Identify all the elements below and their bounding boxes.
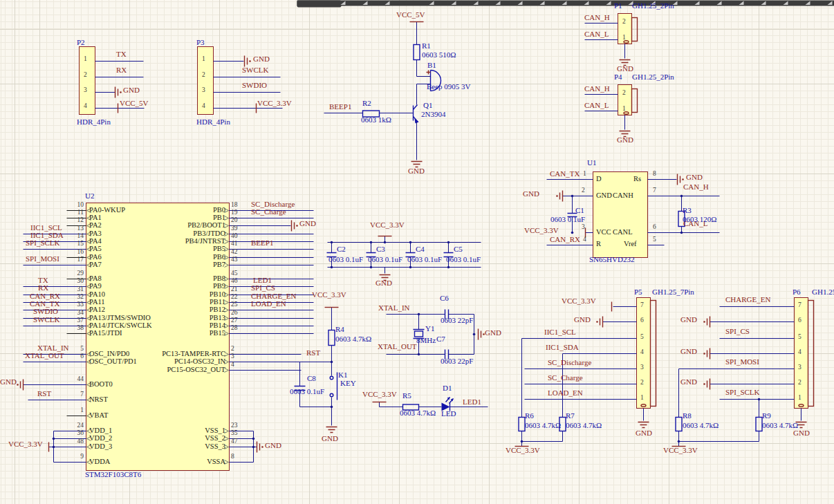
u2-pin-pb11-num: 22 <box>231 293 238 301</box>
gnd-label-vss: GND <box>265 442 281 449</box>
p6-pin3-num: 3 <box>798 364 801 371</box>
u2-pin-pa12-num: 33 <box>70 301 84 308</box>
schematic-text-layer: P2HDR_4Pin1234TXRXGNDVCC_5VP3HDR_4Pin123… <box>0 0 834 504</box>
u2-pinname-pa6: PA6 <box>89 253 102 261</box>
u1-pinname-d: D <box>596 175 602 183</box>
u2-pin-pb8-num: 45 <box>231 270 238 277</box>
p1-pin2-num: 2 <box>622 18 626 26</box>
u1-pin7-num: 7 <box>653 187 656 194</box>
p4-part: GH1.25_2Pin <box>632 73 674 81</box>
u2-pinname-pb2-boot1: PB2/BOOT1 <box>141 221 225 229</box>
p6-pin7-num: 7 <box>798 301 801 309</box>
gnd-label-p6-pin2: GND <box>680 378 697 386</box>
u2-pin-pa11-num: 32 <box>70 293 84 301</box>
u2-pin-pb10-num: 21 <box>231 286 238 293</box>
u2-pin-pb7-num: 43 <box>231 256 238 263</box>
u2-pinname-pc13-tamper-rtc: PC13-TAMPER-RTC <box>141 350 225 357</box>
gnd-label-key: GND <box>322 435 338 442</box>
u2-pin-vdd-1-num: 24 <box>70 422 84 429</box>
u2-pin-pa1-num: 11 <box>70 209 84 216</box>
b1-value: Beep 0905 3V <box>427 83 471 91</box>
r1-value: 0603 510Ω <box>422 51 456 59</box>
p6-pin2-num: 2 <box>798 379 801 386</box>
net-label-rx-u2: RX <box>38 284 48 292</box>
r2-value: 0603 1kΩ <box>361 116 391 124</box>
net-label-spisclk-p6: SPI_SCLK <box>725 389 760 396</box>
p3-part: HDR_4Pin <box>196 118 230 126</box>
net-label-iic1sda-p5: IIC1_SDA <box>546 344 579 351</box>
schematic-canvas[interactable]: P2HDR_4Pin1234TXRXGNDVCC_5VP3HDR_4Pin123… <box>0 0 834 504</box>
u2-pinname-pa15-jtdi: PA15/JTDI <box>89 329 122 337</box>
u2-pinname-pa9: PA9 <box>89 282 102 290</box>
u2-pinname-pa8: PA8 <box>89 274 102 282</box>
u2-pin-vbat-num: 1 <box>70 407 84 414</box>
u2-pin-pa9-num: 30 <box>70 277 84 285</box>
u2-pin-vss-2-num: 35 <box>231 429 238 437</box>
net-label-swdio-p3: SWDIO <box>242 82 267 89</box>
p2-pin2-num: 2 <box>84 71 87 79</box>
c7-designator: C7 <box>436 335 445 343</box>
r5-value: 0603 4.7kΩ <box>400 409 436 417</box>
gnd-label-u1-pin2: GND <box>523 190 539 198</box>
gnd-label-p5: GND <box>636 429 652 437</box>
gnd-label-pb2: GND <box>299 220 316 227</box>
c4-value: 0603 0.1uF <box>407 256 442 263</box>
r7-designator: R7 <box>566 412 575 420</box>
u2-pinname-pa3: PA3 <box>89 230 102 237</box>
u2-pin-pa10-num: 31 <box>70 286 84 293</box>
gnd-label-boot0: GND <box>0 378 17 386</box>
p5-pin3-num: 3 <box>640 364 644 371</box>
p6-pin1-num: 1 <box>798 394 801 402</box>
u2-pin-pb3-jtdo-num: 39 <box>231 225 238 232</box>
c4-designator: C4 <box>416 245 425 253</box>
p2-designator: P2 <box>77 39 85 46</box>
u2-pin-pb6-num: 42 <box>231 248 238 256</box>
u2-pinname-pb10: PB10 <box>141 290 225 298</box>
power-label-vcc33-u1: VCC_3.3V <box>524 227 559 234</box>
net-label-spics-p6: SPI_CS <box>725 328 750 335</box>
u2-pin-vdda-num: 9 <box>70 453 84 460</box>
u2-pinname-pb1: PB1 <box>141 214 225 221</box>
u2-pinname-vbat: VBAT <box>89 411 108 419</box>
c6-value: 0603 22pF <box>441 317 473 324</box>
u2-pin-pb1-num: 19 <box>231 209 238 216</box>
u2-pinname-pa7: PA7 <box>89 261 102 268</box>
u2-pinname-pa12: PA12 <box>89 306 105 313</box>
u2-pin-pb9-num: 46 <box>231 277 238 285</box>
c7-value: 0603 22pF <box>441 357 473 365</box>
p5-pin6-num: 6 <box>640 317 644 324</box>
p5-part: GH1.25_7Pin <box>652 288 694 296</box>
u2-pin-vss-3-num: 47 <box>231 438 238 445</box>
u2-pin-vssa-num: 8 <box>231 453 234 460</box>
b1-designator: B1 <box>427 62 436 69</box>
u2-pin-pb13-num: 26 <box>231 309 238 317</box>
net-label-beep1-u2: BEEP1 <box>251 239 273 247</box>
u2-pin-pc14-osc32-in-num: 3 <box>231 353 234 360</box>
u2-part: STM32F103C8T6 <box>85 471 141 478</box>
power-label-vcc33-p5: VCC_3.3V <box>562 297 596 305</box>
u1-pin4-num: 4 <box>583 236 586 243</box>
u2-pin-pa6-num: 16 <box>70 248 84 256</box>
net-label-canrx-u1: CAN_RX <box>550 236 580 243</box>
u2-pinname-osc-in-pd0: OSC_IN/PD0 <box>89 350 129 357</box>
u2-pinname-pb7: PB7 <box>141 261 225 268</box>
p2-part: HDR_4Pin <box>77 118 111 126</box>
p4-designator: P4 <box>614 73 622 81</box>
r6-designator: R6 <box>525 412 534 420</box>
net-label-rx-p2: RX <box>116 66 127 74</box>
net-label-rst-u2: RST <box>37 390 51 398</box>
u2-pinname-pb0: PB0 <box>141 206 225 214</box>
u2-pinname-pc15-osc32-out: PC15-OSC32_OUT <box>141 366 225 373</box>
u2-pin-pb14-num: 27 <box>231 317 238 324</box>
p4-pin2-num: 2 <box>622 89 626 97</box>
u2-pin-pa7-num: 17 <box>70 256 84 263</box>
net-label-cantx-u1: CAN_TX <box>550 170 580 178</box>
u2-pinname-vdd-3: VDD_3 <box>89 442 112 450</box>
u2-pin-nrst-num: 7 <box>70 391 84 398</box>
net-label-chargeen-p6: CHARGE_EN <box>725 296 770 304</box>
q1-value: 2N3904 <box>421 111 445 118</box>
net-label-swdio-u2: SWDIO <box>33 308 58 315</box>
u1-pinname-vref: Vref <box>624 240 637 248</box>
gnd-label-p6-pin6: GND <box>680 316 697 324</box>
r4-designator: R4 <box>335 326 344 333</box>
